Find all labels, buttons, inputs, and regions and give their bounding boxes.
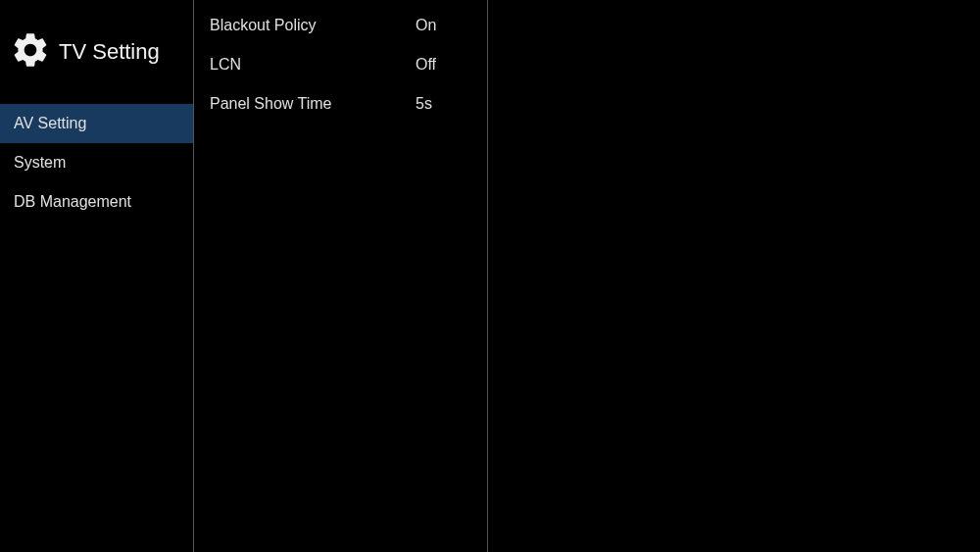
setting-value: On [416,16,436,35]
setting-row-blackout-policy[interactable]: Blackout Policy On [194,6,487,45]
setting-value: 5s [416,94,432,114]
setting-label: LCN [210,55,416,75]
nav-item-label: System [14,154,66,171]
sidebar: TV Setting AV Setting System DB Manageme… [0,0,194,552]
nav-item-db-management[interactable]: DB Management [0,182,193,222]
nav-item-av-setting[interactable]: AV Setting [0,104,193,143]
nav-item-label: AV Setting [14,115,86,131]
settings-panel: Blackout Policy On LCN Off Panel Show Ti… [194,0,488,552]
gear-icon [10,29,51,75]
setting-row-lcn[interactable]: LCN Off [194,45,487,84]
right-pane [488,0,980,552]
setting-row-panel-show-time[interactable]: Panel Show Time 5s [194,84,487,124]
nav-list: AV Setting System DB Management [0,104,193,222]
sidebar-header: TV Setting [0,0,193,104]
setting-label: Blackout Policy [210,16,416,35]
setting-label: Panel Show Time [210,94,416,114]
nav-item-label: DB Management [14,193,131,210]
page-title: TV Setting [59,39,160,65]
setting-value: Off [416,55,436,75]
nav-item-system[interactable]: System [0,143,193,182]
